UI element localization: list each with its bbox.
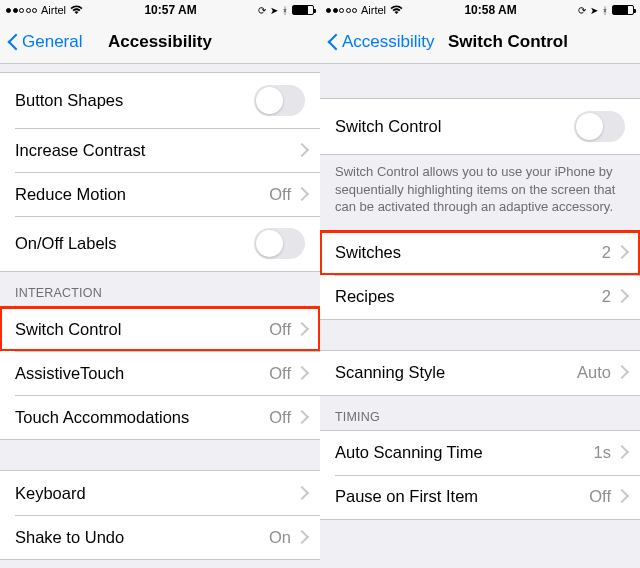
cell-label: Switch Control <box>335 117 574 136</box>
pause-first-item-cell[interactable]: Pause on First Item Off <box>320 475 640 519</box>
cell-detail: 2 <box>602 243 611 262</box>
status-bar: Airtel 10:57 AM ⟳ ➤ ᚼ <box>0 0 320 20</box>
chevron-right-icon <box>617 246 625 259</box>
accessibility-screen: Airtel 10:57 AM ⟳ ➤ ᚼ General Accessibil… <box>0 0 320 568</box>
reduce-motion-cell[interactable]: Reduce Motion Off <box>0 172 320 216</box>
cell-label: Pause on First Item <box>335 487 589 506</box>
status-left: Airtel <box>6 4 83 16</box>
back-label: General <box>22 32 82 52</box>
cell-detail: Off <box>269 408 291 427</box>
cell-detail: Off <box>269 364 291 383</box>
nav-title: Switch Control <box>448 32 632 52</box>
nav-bar: General Accessibility <box>0 20 320 64</box>
recipes-cell[interactable]: Recipes 2 <box>320 275 640 319</box>
chevron-right-icon <box>617 366 625 379</box>
chevron-left-icon <box>328 32 340 52</box>
status-bar: Airtel 10:58 AM ⟳ ➤ ᚼ <box>320 0 640 20</box>
cell-detail: Auto <box>577 363 611 382</box>
keyboard-cell[interactable]: Keyboard <box>0 471 320 515</box>
button-shapes-cell[interactable]: Button Shapes <box>0 73 320 128</box>
battery-icon <box>612 5 634 15</box>
cell-detail: Off <box>269 185 291 204</box>
cell-label: Button Shapes <box>15 91 254 110</box>
cell-detail: 2 <box>602 287 611 306</box>
bluetooth-icon: ᚼ <box>282 5 288 16</box>
wifi-icon <box>390 5 403 16</box>
signal-dots <box>6 8 37 13</box>
cell-label: Scanning Style <box>335 363 577 382</box>
assistive-touch-cell[interactable]: AssistiveTouch Off <box>0 351 320 395</box>
cell-detail: 1s <box>594 443 611 462</box>
switch-control-toggle-cell[interactable]: Switch Control <box>320 99 640 154</box>
status-time: 10:57 AM <box>144 3 196 17</box>
location-icon: ➤ <box>270 5 278 16</box>
cell-label: Keyboard <box>15 484 297 503</box>
interaction-header: INTERACTION <box>0 272 320 306</box>
status-time: 10:58 AM <box>464 3 516 17</box>
chevron-right-icon <box>617 446 625 459</box>
increase-contrast-cell[interactable]: Increase Contrast <box>0 128 320 172</box>
chevron-left-icon <box>8 32 20 52</box>
cell-label: Reduce Motion <box>15 185 269 204</box>
chevron-right-icon <box>617 490 625 503</box>
auto-scanning-time-cell[interactable]: Auto Scanning Time 1s <box>320 431 640 475</box>
switch-control-screen: Airtel 10:58 AM ⟳ ➤ ᚼ Accessibility Swit… <box>320 0 640 568</box>
wifi-icon <box>70 5 83 16</box>
cell-label: Shake to Undo <box>15 528 269 547</box>
chevron-right-icon <box>297 188 305 201</box>
content-list[interactable]: Button Shapes Increase Contrast Reduce M… <box>0 64 320 568</box>
cell-label: Recipes <box>335 287 602 306</box>
status-right: ⟳ ➤ ᚼ <box>578 5 634 16</box>
cell-label: Auto Scanning Time <box>335 443 594 462</box>
cell-label: Switch Control <box>15 320 269 339</box>
signal-dots <box>326 8 357 13</box>
rotation-lock-icon: ⟳ <box>578 5 586 16</box>
timing-header: TIMING <box>320 396 640 430</box>
chevron-right-icon <box>297 411 305 424</box>
toggle-switch[interactable] <box>254 85 305 116</box>
cell-label: Touch Accommodations <box>15 408 269 427</box>
onoff-labels-cell[interactable]: On/Off Labels <box>0 216 320 271</box>
rotation-lock-icon: ⟳ <box>258 5 266 16</box>
cell-detail: Off <box>269 320 291 339</box>
toggle-switch[interactable] <box>574 111 625 142</box>
cell-label: On/Off Labels <box>15 234 254 253</box>
content-list[interactable]: Switch Control Switch Control allows you… <box>320 64 640 568</box>
nav-bar: Accessibility Switch Control <box>320 20 640 64</box>
status-right: ⟳ ➤ ᚼ <box>258 5 314 16</box>
cell-detail: Off <box>589 487 611 506</box>
chevron-right-icon <box>297 144 305 157</box>
scanning-style-cell[interactable]: Scanning Style Auto <box>320 351 640 395</box>
back-button[interactable]: General <box>8 32 82 52</box>
chevron-right-icon <box>297 367 305 380</box>
back-label: Accessibility <box>342 32 435 52</box>
touch-accommodations-cell[interactable]: Touch Accommodations Off <box>0 395 320 439</box>
location-icon: ➤ <box>590 5 598 16</box>
cell-label: AssistiveTouch <box>15 364 269 383</box>
switches-cell[interactable]: Switches 2 <box>320 231 640 275</box>
cell-label: Switches <box>335 243 602 262</box>
back-button[interactable]: Accessibility <box>328 32 435 52</box>
shake-to-undo-cell[interactable]: Shake to Undo On <box>0 515 320 559</box>
toggle-switch[interactable] <box>254 228 305 259</box>
chevron-right-icon <box>617 290 625 303</box>
battery-icon <box>292 5 314 15</box>
status-left: Airtel <box>326 4 403 16</box>
cell-label: Increase Contrast <box>15 141 297 160</box>
switch-control-description: Switch Control allows you to use your iP… <box>320 155 640 230</box>
chevron-right-icon <box>297 323 305 336</box>
cell-detail: On <box>269 528 291 547</box>
carrier-label: Airtel <box>41 4 66 16</box>
carrier-label: Airtel <box>361 4 386 16</box>
chevron-right-icon <box>297 487 305 500</box>
switch-control-cell[interactable]: Switch Control Off <box>0 307 320 351</box>
bluetooth-icon: ᚼ <box>602 5 608 16</box>
chevron-right-icon <box>297 531 305 544</box>
